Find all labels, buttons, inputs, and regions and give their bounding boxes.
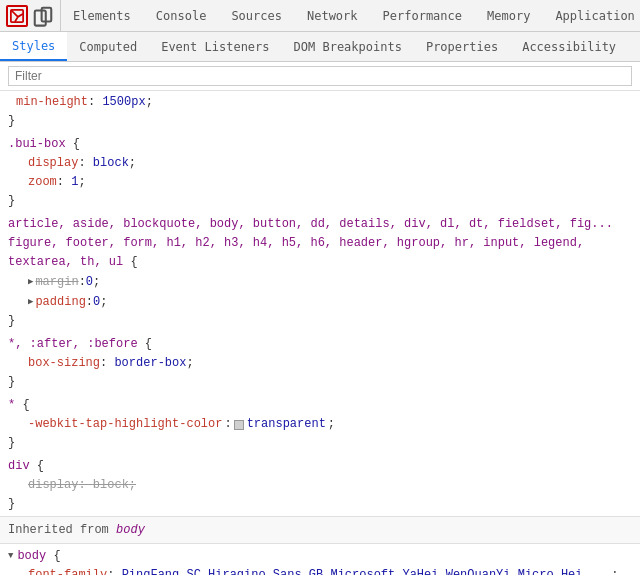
- inherited-from-label: Inherited from body: [0, 516, 640, 544]
- selector-bui-box: .bui-box: [8, 137, 66, 151]
- tab-application[interactable]: Application: [543, 0, 640, 31]
- css-rule-bui-box: .bui-box { display: block; zoom: 1; }: [0, 133, 640, 213]
- toolbar-icons: [0, 0, 61, 31]
- selector-article: article, aside, blockquote, body, button…: [8, 217, 613, 231]
- inherited-from-body-link[interactable]: body: [116, 523, 145, 537]
- tab-event-listeners[interactable]: Event Listeners: [149, 32, 281, 61]
- val-margin: 0: [86, 274, 93, 291]
- tab-adguard[interactable]: Adguard: [628, 32, 640, 61]
- margin-triangle[interactable]: [28, 273, 33, 291]
- prop-padding: padding: [35, 294, 85, 311]
- second-tab-bar: Styles Computed Event Listeners DOM Brea…: [0, 32, 640, 62]
- tab-accessibility[interactable]: Accessibility: [510, 32, 628, 61]
- selector-article-2: figure, footer, form, h1, h2, h3, h4, h5…: [8, 236, 584, 250]
- css-rule-webkit: * { -webkit-tap-highlight-color: transpa…: [0, 394, 640, 455]
- tab-network[interactable]: Network: [295, 0, 371, 31]
- selector-body: body: [17, 548, 46, 565]
- padding-triangle[interactable]: [28, 293, 33, 311]
- prop-min-height: min-height: [16, 95, 88, 109]
- prop-display-1: display: [28, 156, 78, 170]
- val-display-1: block: [93, 156, 129, 170]
- tab-dom-breakpoints[interactable]: DOM Breakpoints: [282, 32, 414, 61]
- css-panel: min-height: 1500px; } .bui-box { display…: [0, 91, 640, 575]
- tab-styles[interactable]: Styles: [0, 32, 67, 61]
- selector-article-3: textarea, th, ul: [8, 255, 123, 269]
- svg-rect-1: [35, 10, 46, 25]
- body-triangle[interactable]: [8, 547, 13, 565]
- css-rule-article: article, aside, blockquote, body, button…: [0, 213, 640, 333]
- color-swatch-transparent: [234, 420, 244, 430]
- css-rule-div: div { display: block; }: [0, 455, 640, 516]
- top-tab-bar: Elements Console Sources Network Perform…: [0, 0, 640, 32]
- tab-sources[interactable]: Sources: [219, 0, 295, 31]
- val-font-family: PingFang SC,Hiragino Sans GB,Microsoft Y…: [122, 568, 612, 575]
- prop-box-sizing: box-sizing: [28, 356, 100, 370]
- val-box-sizing: border-box: [114, 356, 186, 370]
- filter-bar: [0, 62, 640, 91]
- tab-memory[interactable]: Memory: [475, 0, 543, 31]
- selector-star-after: *, :after, :before: [8, 337, 138, 351]
- val-webkit-tap: transparent: [247, 416, 326, 433]
- prop-zoom: zoom: [28, 175, 57, 189]
- css-rule-star: *, :after, :before { box-sizing: border-…: [0, 333, 640, 394]
- css-rule-1: min-height: 1500px; }: [0, 91, 640, 133]
- filter-input[interactable]: [8, 66, 632, 86]
- tab-elements[interactable]: Elements: [61, 0, 144, 31]
- css-rule-body: body { font-family: PingFang SC,Hiragino…: [0, 544, 640, 575]
- prop-webkit-tap: -webkit-tap-highlight-color: [28, 416, 222, 433]
- tab-performance[interactable]: Performance: [371, 0, 475, 31]
- selector-star: *: [8, 398, 15, 412]
- device-toggle-button[interactable]: [32, 5, 54, 27]
- inspect-element-button[interactable]: [6, 5, 28, 27]
- prop-margin: margin: [35, 274, 78, 291]
- val-display-div: block: [93, 478, 129, 492]
- val-padding: 0: [93, 294, 100, 311]
- tab-computed[interactable]: Computed: [67, 32, 149, 61]
- val-min-height: 1500px: [102, 95, 145, 109]
- tab-properties[interactable]: Properties: [414, 32, 510, 61]
- tab-console[interactable]: Console: [144, 0, 220, 31]
- prop-font-family: font-family: [28, 568, 107, 575]
- selector-div: div: [8, 459, 30, 473]
- prop-display-div: display: [28, 478, 78, 492]
